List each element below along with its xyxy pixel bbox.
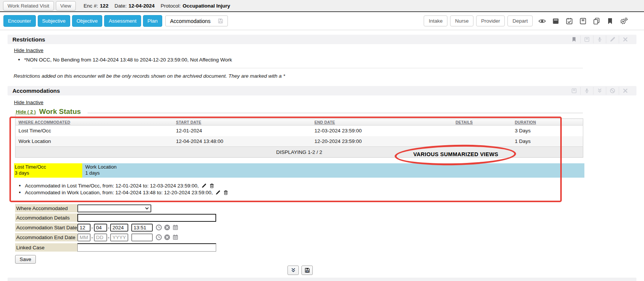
tab-subjective[interactable]: Subjective	[38, 15, 70, 27]
end-month-input[interactable]	[77, 233, 91, 241]
date-separator: -	[108, 235, 110, 240]
depart-button[interactable]: Depart	[507, 15, 533, 26]
bullet-dot: •	[18, 57, 20, 63]
restrictions-hide-inactive-link[interactable]: Hide Inactive	[14, 48, 43, 53]
save-button[interactable]: Save	[15, 255, 36, 264]
protocol-label: Protocol:	[161, 3, 181, 9]
summary-block-work-location: Work Location 1 days	[82, 163, 584, 178]
bookmark-icon[interactable]	[606, 17, 614, 25]
book-icon[interactable]	[567, 87, 580, 95]
disable-icon[interactable]	[606, 87, 619, 95]
book-icon[interactable]	[580, 35, 593, 43]
top-bar: Work Related Visit View Enc #: 122 Date:…	[0, 0, 644, 12]
provider-button[interactable]: Provider	[476, 15, 505, 26]
clock-icon[interactable]	[155, 234, 162, 241]
microphone-icon[interactable]	[593, 35, 606, 43]
edit-pencil-icon[interactable]	[215, 190, 221, 195]
delete-trash-icon[interactable]	[223, 190, 229, 195]
work-status-legend: Hide ( 2 ) Work Status	[16, 108, 81, 115]
summary-block-duration: 1 days	[85, 170, 584, 176]
bullet-dot: •	[19, 189, 21, 195]
start-month-input[interactable]	[77, 224, 91, 232]
col-duration[interactable]: DURATION	[515, 119, 583, 126]
form-row-end-date: Accommodation End Date - -	[15, 233, 179, 241]
archive-box-icon[interactable]	[552, 17, 560, 25]
microphone-icon[interactable]	[580, 87, 593, 95]
book-icon[interactable]	[579, 17, 587, 25]
summary-block-label: Lost Time/Occ	[15, 164, 82, 170]
bookmark-icon[interactable]	[567, 35, 580, 43]
cell-details	[456, 126, 515, 136]
nav-bar: Encounter Subjective Objective Assessmen…	[0, 12, 644, 30]
clear-x-circle-icon[interactable]	[164, 234, 171, 241]
summary-block-lost-time: Lost Time/Occ 3 days	[14, 163, 82, 178]
close-icon[interactable]	[619, 35, 632, 43]
accommodation-summary-text: Accommodated in Work Location, from: 12-…	[25, 190, 213, 195]
calendar-picker-icon[interactable]	[172, 224, 179, 231]
table-header-row: WHERE ACCOMMODATED START DATE END DATE D…	[15, 119, 583, 126]
close-icon[interactable]	[619, 87, 632, 95]
edit-pencil-icon[interactable]	[201, 183, 207, 189]
work-status-collapse-link[interactable]: Hide ( 2 )	[16, 109, 36, 115]
calendar-check-icon[interactable]	[565, 17, 573, 25]
annotation-text: VARIOUS SUMMARIZED VIEWS	[401, 151, 510, 157]
copy-pages-icon[interactable]	[592, 17, 601, 25]
work-status-group-title: Work Status	[39, 108, 81, 115]
enc-value: 122	[100, 3, 109, 9]
calendar-picker-icon[interactable]	[172, 234, 179, 241]
end-time-input[interactable]	[131, 233, 153, 241]
cell-duration: 3 Days	[515, 126, 583, 136]
tab-accommodations-active[interactable]: Accommodations	[165, 15, 228, 26]
save-section-button[interactable]	[301, 266, 313, 275]
clock-icon[interactable]	[155, 224, 162, 231]
start-time-input[interactable]	[131, 224, 153, 232]
intake-button[interactable]: Intake	[424, 15, 447, 26]
end-day-input[interactable]	[94, 233, 107, 241]
accommodation-details-label: Accommodation Details	[15, 213, 77, 222]
date-separator: -	[91, 235, 93, 240]
accommodation-start-date-label: Accommodation Start Date	[15, 223, 77, 232]
linked-case-input[interactable]	[77, 243, 216, 252]
col-where-accommodated[interactable]: WHERE ACCOMMODATED	[15, 119, 176, 126]
eye-icon[interactable]	[538, 17, 546, 25]
accommodation-details-input[interactable]	[77, 214, 216, 222]
col-details[interactable]: DETAILS	[456, 119, 515, 126]
nurse-button[interactable]: Nurse	[450, 15, 473, 26]
where-accommodated-select[interactable]	[77, 204, 151, 212]
col-end-date[interactable]: END DATE	[315, 119, 456, 126]
active-tab-label: Accommodations	[170, 18, 211, 24]
settings-gears-icon[interactable]	[619, 17, 628, 25]
view-button[interactable]: View	[56, 1, 76, 11]
restrictions-header: Restrictions	[8, 35, 636, 44]
save-floppy-icon[interactable]	[217, 18, 224, 24]
start-day-input[interactable]	[94, 224, 107, 232]
form-row-details: Accommodation Details	[15, 213, 216, 222]
cell-start: 12-04-2024 13:48:00	[176, 136, 315, 147]
cell-end: 12-20-2024 23:59:00	[315, 136, 456, 147]
work-related-visit-button[interactable]: Work Related Visit	[3, 1, 54, 11]
edit-pencil-icon[interactable]	[606, 35, 619, 43]
date-separator: -	[108, 225, 110, 230]
tab-objective[interactable]: Objective	[72, 15, 102, 27]
delete-trash-icon[interactable]	[209, 183, 215, 189]
date-value: 12-04-2024	[129, 3, 155, 9]
start-year-input[interactable]	[110, 224, 128, 232]
expand-more-button[interactable]	[287, 266, 299, 275]
accommodations-title: Accommodations	[12, 88, 60, 94]
tab-encounter[interactable]: Encounter	[3, 15, 36, 27]
protocol-value: Occupational Injury	[183, 3, 230, 9]
next-section-header-edge	[8, 278, 636, 281]
summary-block-duration: 3 days	[15, 170, 82, 176]
tab-assessment[interactable]: Assessment	[104, 15, 141, 27]
cell-duration: 1 Days	[515, 136, 583, 147]
clear-x-circle-icon[interactable]	[164, 224, 171, 231]
collapse-chevrons-icon[interactable]	[593, 87, 606, 95]
nav-right-group: Intake Nurse Provider Depart	[424, 15, 641, 26]
end-year-input[interactable]	[110, 233, 128, 241]
form-row-start-date: Accommodation Start Date - -	[15, 223, 179, 232]
date-separator: -	[91, 225, 93, 230]
accommodations-hide-inactive-link[interactable]: Hide Inactive	[14, 100, 43, 105]
summary-block-label: Work Location	[85, 164, 584, 170]
col-start-date[interactable]: START DATE	[176, 119, 315, 126]
tab-plan[interactable]: Plan	[143, 15, 162, 27]
